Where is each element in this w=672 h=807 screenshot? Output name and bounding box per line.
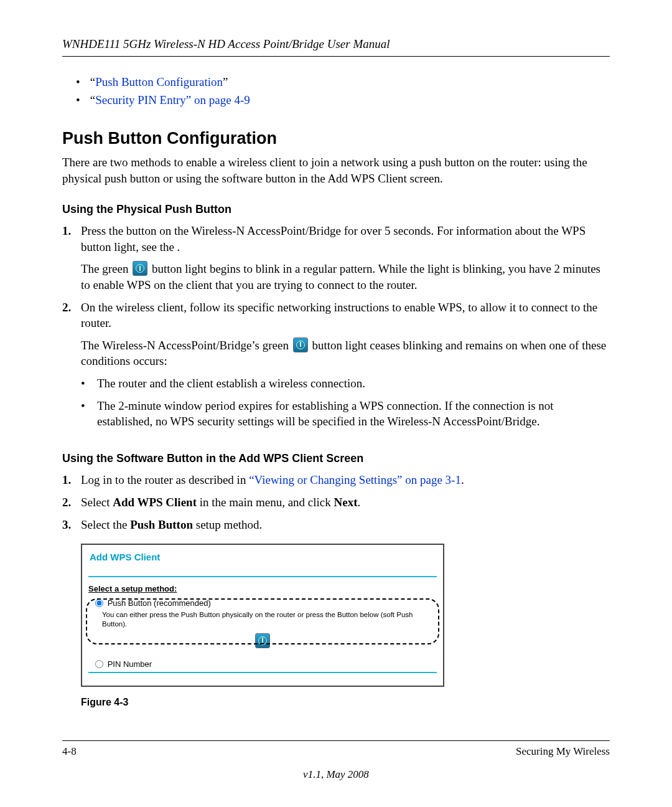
text: setup method. (193, 518, 262, 531)
radio-push-button[interactable]: Push Button (recommended) (92, 597, 437, 609)
text: in the main menu, and click (197, 496, 334, 509)
step-text: On the wireless client, follow its speci… (81, 301, 597, 330)
radio-label: PIN Number (108, 659, 152, 669)
radio-input[interactable] (95, 660, 103, 668)
add-wps-client-panel: Add WPS Client Select a setup method: Pu… (81, 544, 444, 687)
text: The 2-minute window period expires for e… (97, 398, 610, 430)
panel-divider (88, 672, 437, 673)
page-footer: 4-8 Securing My Wireless v1.1, May 2008 (62, 740, 610, 782)
bullet-icon: • (76, 74, 87, 90)
page-number: 4-8 (62, 745, 77, 759)
header-rule (62, 56, 610, 57)
toc-link-security-pin[interactable]: Security PIN Entry” on page 4-9 (95, 93, 250, 106)
text: . (461, 473, 464, 486)
bullet-icon: • (81, 375, 97, 392)
step-number: 3. (62, 517, 81, 533)
panel-title: Add WPS Client (90, 551, 437, 564)
page: WNHDE111 5GHz Wireless-N HD Access Point… (0, 0, 672, 807)
soft-push-button-icon[interactable] (255, 633, 270, 648)
text: button light begins to blink in a regula… (81, 262, 600, 291)
conditions-list: • The router and the client establish a … (81, 375, 610, 430)
text: The router and the client establish a wi… (97, 375, 365, 392)
footer-version: v1.1, May 2008 (62, 768, 610, 782)
radio-pin-number[interactable]: PIN Number (92, 658, 437, 670)
text: The green (81, 262, 131, 275)
panel-divider (88, 576, 437, 577)
step-number: 1. (62, 223, 81, 293)
step-number: 2. (62, 494, 81, 511)
quote-open: “ (90, 75, 95, 88)
text: Log in to the router as described in (81, 473, 249, 486)
text: . (358, 496, 361, 509)
step-2: 2. On the wireless client, follow its sp… (62, 300, 610, 436)
text: The Wireless-N AccessPoint/Bridge’s gree… (81, 339, 292, 352)
footer-section: Securing My Wireless (516, 745, 610, 759)
step-number: 1. (62, 472, 81, 488)
quote-close: ” (223, 75, 228, 88)
list-item: • The router and the client establish a … (81, 375, 610, 392)
step-2: 2. Select Add WPS Client in the main men… (62, 494, 610, 511)
section-heading: Push Button Configuration (62, 127, 610, 149)
bold: Next (334, 496, 358, 509)
toc-item: • “Push Button Configuration” (76, 74, 610, 90)
step-1: 1. Log in to the router as described in … (62, 472, 610, 488)
bullet-icon: • (76, 92, 87, 108)
figure-caption: Figure 4-3 (81, 696, 610, 709)
step-number: 2. (62, 300, 81, 436)
subheading-software: Using the Software Button in the Add WPS… (62, 451, 610, 466)
toc-list: • “Push Button Configuration” • “Securit… (62, 74, 610, 108)
step-text: Press the button on the Wireless-N Acces… (81, 224, 586, 253)
subheading-physical: Using the Physical Push Button (62, 202, 610, 217)
text: Select (81, 496, 113, 509)
text: Select the (81, 518, 130, 531)
running-header: WNHDE111 5GHz Wireless-N HD Access Point… (62, 36, 610, 52)
setup-method-label: Select a setup method: (88, 583, 437, 595)
section-intro: There are two methods to enable a wirele… (62, 154, 610, 186)
wps-button-icon (133, 261, 147, 276)
wps-button-icon (293, 337, 308, 352)
toc-item: • “Security PIN Entry” on page 4-9 (76, 92, 610, 108)
bullet-icon: • (81, 398, 97, 430)
link-viewing-settings[interactable]: “Viewing or Changing Settings” on page 3… (249, 473, 461, 486)
radio-input[interactable] (95, 599, 103, 607)
bold: Add WPS Client (113, 496, 197, 509)
footer-rule (62, 740, 610, 741)
quote-open: “ (90, 93, 95, 106)
bold: Push Button (130, 518, 193, 531)
radio-label: Push Button (recommended) (108, 598, 211, 608)
step-1: 1. Press the button on the Wireless-N Ac… (62, 223, 610, 293)
toc-link-push-button[interactable]: Push Button Configuration (95, 75, 223, 88)
list-item: • The 2-minute window period expires for… (81, 398, 610, 430)
option-description: You can either press the Push Button phy… (102, 610, 437, 630)
step-3: 3. Select the Push Button setup method. (62, 517, 610, 533)
